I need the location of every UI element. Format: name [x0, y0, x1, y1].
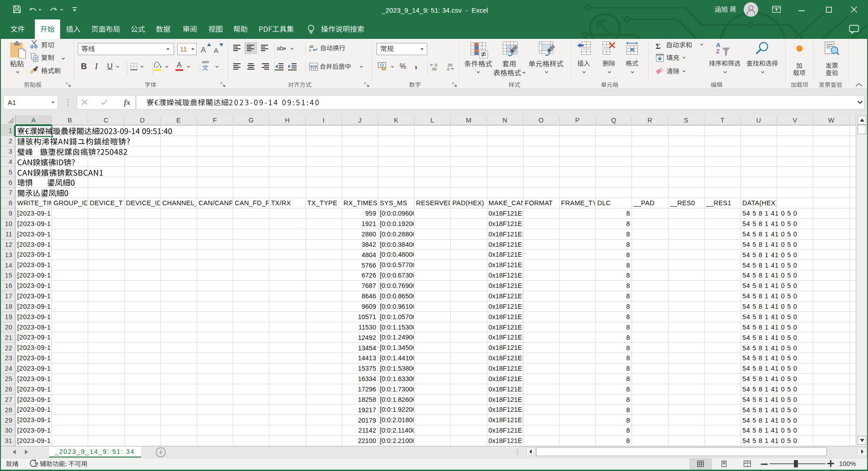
svg-text:Z: Z [716, 48, 720, 55]
svg-text:Σ: Σ [656, 42, 660, 50]
svg-text:.0: .0 [446, 67, 449, 71]
svg-text:.00: .00 [431, 67, 437, 71]
svg-text:?: ? [34, 461, 38, 468]
svg-text:A: A [716, 42, 721, 48]
svg-text:ab: ab [277, 45, 283, 52]
svg-text:fx: fx [124, 98, 131, 107]
